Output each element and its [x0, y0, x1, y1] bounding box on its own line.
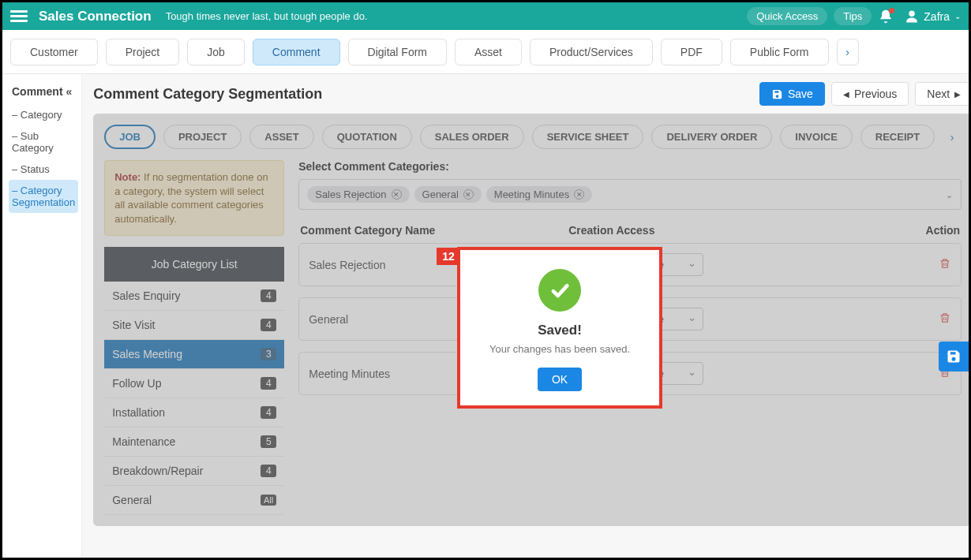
main-tab-row: Customer Project Job Comment Digital For… [2, 30, 969, 74]
chevron-left-icon: ◀ [843, 90, 849, 99]
user-menu[interactable]: Zafra ⌄ [905, 9, 961, 24]
success-check-icon [538, 269, 581, 312]
tab-digital-form[interactable]: Digital Form [348, 39, 447, 65]
sidebar-item-label: Sub Category [12, 130, 54, 154]
saved-modal: 12 Saved! Your changes has been saved. O… [457, 247, 662, 409]
chevron-right-icon: ▶ [954, 90, 961, 99]
tab-product-services[interactable]: Product/Services [530, 39, 653, 65]
sidebar-item-label: Category [21, 109, 62, 121]
sidebar-item-category[interactable]: – Category [9, 104, 78, 125]
modal-title: Saved! [471, 323, 648, 338]
notification-badge [889, 8, 894, 13]
brand-title: Sales Connection [39, 9, 152, 24]
previous-button[interactable]: ◀Previous [831, 82, 909, 106]
tab-job[interactable]: Job [187, 39, 245, 65]
previous-label: Previous [854, 88, 897, 100]
modal-message: Your changes has been saved. [471, 343, 648, 355]
quick-access-button[interactable]: Quick Access [747, 7, 827, 25]
tagline-text: Tough times never last, but tough people… [166, 10, 368, 22]
sidebar-item-status[interactable]: – Status [9, 159, 78, 180]
page-title: Comment Category Segmentation [93, 86, 322, 103]
sidebar-title: Comment [12, 85, 63, 98]
save-button[interactable]: Save [759, 82, 825, 106]
sidebar-item-label: Status [21, 163, 50, 175]
top-bar: Sales Connection Tough times never last,… [2, 2, 969, 30]
sidebar-item-category-segmentation[interactable]: – Category Segmentation [9, 180, 78, 213]
sidebar-item-label: Category Segmentation [12, 185, 75, 208]
notification-icon[interactable] [878, 9, 894, 24]
save-icon [946, 349, 962, 364]
tips-button[interactable]: Tips [834, 7, 872, 25]
tab-asset[interactable]: Asset [455, 39, 522, 65]
tab-comment[interactable]: Comment [253, 39, 340, 65]
sidebar: Comment « – Category – Sub Category – St… [2, 74, 82, 558]
modal-ok-button[interactable]: OK [538, 368, 582, 391]
menu-icon[interactable] [10, 8, 28, 25]
tabs-scroll-right[interactable]: › [837, 39, 859, 65]
tab-pdf[interactable]: PDF [661, 39, 722, 65]
save-label: Save [788, 88, 813, 100]
chevron-down-icon: ⌄ [954, 12, 961, 21]
save-icon [771, 88, 783, 100]
sidebar-collapse-icon[interactable]: « [66, 85, 72, 98]
user-name: Zafra [924, 10, 950, 23]
modal-step-badge: 12 [437, 248, 460, 265]
tab-customer[interactable]: Customer [10, 39, 98, 65]
tab-public-form[interactable]: Public Form [730, 39, 829, 65]
floating-save-button[interactable] [939, 342, 969, 371]
tab-project[interactable]: Project [106, 39, 180, 65]
next-button[interactable]: Next▶ [915, 82, 971, 106]
next-label: Next [927, 88, 950, 100]
sidebar-item-sub-category[interactable]: – Sub Category [9, 125, 78, 159]
